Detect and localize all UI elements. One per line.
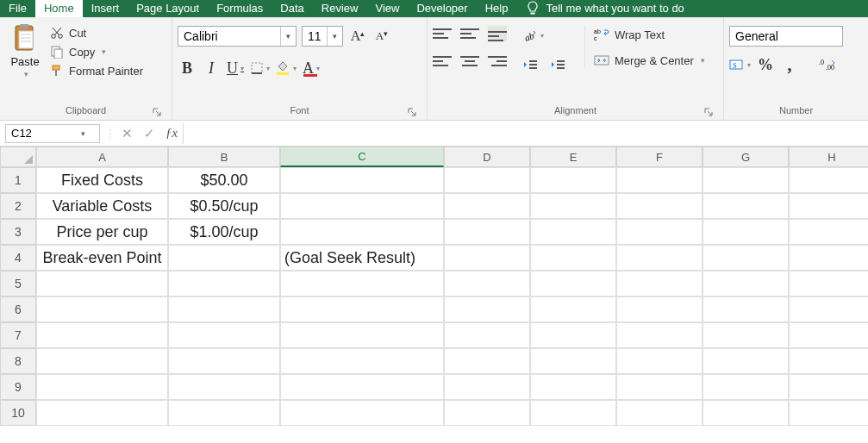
font-size-combo[interactable]: ▾ (302, 26, 343, 47)
cell[interactable] (789, 322, 868, 348)
number-format-input[interactable] (730, 27, 842, 46)
cell[interactable] (168, 400, 280, 426)
cell[interactable] (444, 400, 530, 426)
column-header[interactable]: G (703, 147, 789, 167)
chevron-down-icon[interactable]: ▾ (24, 70, 28, 78)
tab-file[interactable]: File (0, 0, 35, 17)
cell[interactable] (36, 296, 168, 322)
tab-view[interactable]: View (366, 0, 408, 17)
orientation-button[interactable]: ab ▾ (522, 26, 544, 45)
cell[interactable] (616, 245, 703, 271)
tab-review[interactable]: Review (313, 0, 367, 17)
cell[interactable] (703, 296, 789, 322)
row-header[interactable]: 8 (0, 348, 36, 374)
cell[interactable] (616, 167, 703, 193)
cell[interactable] (789, 400, 868, 426)
format-painter-button[interactable]: Format Painter (50, 64, 143, 78)
cell[interactable] (168, 271, 280, 296)
font-name-combo[interactable]: ▾ (178, 26, 297, 47)
cell[interactable] (789, 167, 868, 193)
chevron-down-icon[interactable]: ▾ (75, 129, 91, 138)
tab-formulas[interactable]: Formulas (208, 0, 272, 17)
name-box[interactable]: ▾ (5, 124, 100, 143)
dialog-launcher-icon[interactable] (151, 106, 163, 118)
font-color-button[interactable]: A ▾ (302, 59, 321, 78)
merge-center-button[interactable]: Merge & Center ▾ (594, 53, 705, 67)
cell[interactable]: $50.00 (168, 167, 280, 193)
formula-input[interactable] (183, 123, 868, 144)
row-header[interactable]: 5 (0, 271, 36, 296)
cell[interactable] (616, 271, 703, 296)
tab-data[interactable]: Data (272, 0, 312, 17)
font-size-input[interactable] (303, 27, 327, 46)
cell[interactable]: Variable Costs (36, 193, 168, 219)
cell[interactable] (703, 374, 789, 400)
cell[interactable] (789, 271, 868, 296)
cell[interactable]: $0.50/cup (168, 193, 280, 219)
dialog-launcher-icon[interactable] (406, 106, 418, 118)
row-header[interactable]: 10 (0, 400, 36, 426)
chevron-down-icon[interactable]: ▾ (701, 56, 705, 65)
cell[interactable] (789, 193, 868, 219)
accounting-format-button[interactable]: $ ▾ (729, 55, 751, 74)
tab-help[interactable]: Help (477, 0, 517, 17)
number-format-combo[interactable] (729, 26, 843, 47)
align-middle-button[interactable] (460, 26, 479, 41)
column-header[interactable]: E (530, 147, 616, 167)
cell[interactable] (530, 245, 616, 271)
dialog-launcher-icon[interactable] (703, 106, 715, 118)
cell[interactable] (280, 400, 444, 426)
font-name-input[interactable] (178, 27, 280, 46)
cell[interactable] (36, 348, 168, 374)
cell[interactable] (616, 348, 703, 374)
row-header[interactable]: 6 (0, 296, 36, 322)
align-bottom-button[interactable] (488, 26, 507, 41)
tab-home[interactable]: Home (35, 0, 83, 17)
cell[interactable]: (Goal Seek Result) (280, 245, 444, 271)
cell[interactable] (444, 374, 530, 400)
column-header[interactable]: D (444, 147, 530, 167)
cell[interactable] (280, 219, 444, 245)
select-all-corner[interactable] (0, 147, 36, 167)
row-header[interactable]: 7 (0, 322, 36, 348)
cell[interactable] (444, 348, 530, 374)
comma-button[interactable]: , (780, 55, 799, 74)
percent-button[interactable]: % (756, 55, 775, 74)
cell[interactable] (616, 193, 703, 219)
cell[interactable] (789, 245, 868, 271)
row-header[interactable]: 2 (0, 193, 36, 219)
cell[interactable] (703, 245, 789, 271)
cell[interactable] (444, 296, 530, 322)
cell[interactable] (280, 271, 444, 296)
cell[interactable] (36, 400, 168, 426)
cell[interactable] (444, 193, 530, 219)
cell[interactable] (168, 296, 280, 322)
cell[interactable] (703, 193, 789, 219)
cell[interactable]: $1.00/cup (168, 219, 280, 245)
name-box-input[interactable] (6, 127, 75, 140)
cell[interactable] (616, 322, 703, 348)
cell[interactable] (168, 374, 280, 400)
cell[interactable] (36, 374, 168, 400)
cell[interactable] (280, 193, 444, 219)
cell[interactable] (616, 374, 703, 400)
cell[interactable] (444, 219, 530, 245)
cell[interactable] (616, 296, 703, 322)
cancel-formula-button[interactable]: ✕ (116, 124, 138, 143)
align-right-button[interactable] (488, 53, 507, 69)
cell[interactable] (168, 322, 280, 348)
chevron-down-icon[interactable]: ▾ (327, 27, 342, 46)
cell[interactable] (789, 219, 868, 245)
cell[interactable] (789, 374, 868, 400)
align-top-button[interactable] (433, 26, 452, 41)
tab-tellme[interactable]: Tell me what you want to do (516, 0, 692, 17)
cell[interactable] (530, 167, 616, 193)
chevron-down-icon[interactable]: ▾ (280, 27, 296, 46)
tab-insert[interactable]: Insert (83, 0, 128, 17)
decrease-indent-button[interactable] (522, 57, 541, 72)
align-center-button[interactable] (460, 53, 479, 69)
cell[interactable] (36, 322, 168, 348)
cell[interactable] (530, 193, 616, 219)
cell[interactable] (703, 400, 789, 426)
column-header[interactable]: B (168, 147, 280, 167)
